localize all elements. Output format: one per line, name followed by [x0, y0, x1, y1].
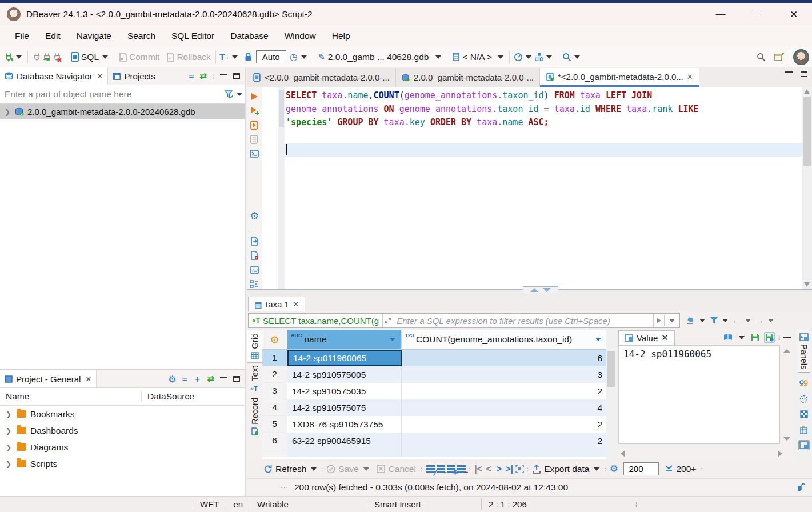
menu-item-search[interactable]: Search	[121, 27, 162, 45]
maximize-button[interactable]	[739, 3, 775, 25]
expand-all-icon[interactable]: ＋	[193, 374, 201, 385]
expand-chevron-icon[interactable]: ❯	[5, 443, 13, 451]
clear-filter-eraser-icon[interactable]	[686, 315, 696, 326]
column-header-datasource[interactable]: DataSource	[142, 391, 194, 402]
outline-icon[interactable]	[249, 279, 259, 289]
link-editor-icon[interactable]: ⇄	[207, 374, 214, 384]
switch-presentation-icon[interactable]	[796, 482, 806, 493]
history-clock-icon[interactable]: ◷	[289, 52, 299, 62]
close-tab-icon[interactable]: ✕	[97, 72, 103, 81]
settings-gear-icon[interactable]: ⚙	[168, 374, 176, 385]
transaction-mode-icon[interactable]: T⋮	[219, 52, 230, 62]
collapse-all-icon[interactable]: =	[182, 374, 187, 384]
close-button[interactable]: ✕	[775, 3, 812, 25]
lock-icon[interactable]	[243, 52, 254, 62]
expand-filter-icon[interactable]	[383, 315, 393, 326]
maximize-editor-icon[interactable]	[801, 71, 807, 77]
save-value-icon[interactable]	[750, 333, 761, 343]
auto-commit-field[interactable]: Auto	[256, 50, 286, 63]
export-data-icon[interactable]	[531, 464, 542, 474]
table-row[interactable]: 414-2 sp9105750754	[262, 399, 616, 416]
gauge-dropdown[interactable]	[526, 55, 531, 59]
new-connection-dropdown[interactable]	[16, 55, 22, 59]
project-item-dashboards[interactable]: ❯Dashboards	[0, 422, 245, 439]
apply-filter-button[interactable]	[653, 314, 679, 327]
menu-item-file[interactable]: File	[8, 27, 36, 45]
cell-count[interactable]: 2	[402, 416, 607, 433]
focus-row-icon[interactable]	[514, 464, 525, 474]
disconnect-icon[interactable]	[52, 52, 62, 62]
value-panel-toggle-icon[interactable]	[798, 440, 810, 450]
menu-item-edit[interactable]: Edit	[38, 27, 67, 45]
save-value-auto-button[interactable]	[764, 332, 775, 343]
column-menu-dropdown[interactable]	[595, 338, 601, 341]
refresh-icon[interactable]	[263, 464, 273, 474]
previous-row-icon[interactable]: <	[483, 464, 494, 474]
table-row[interactable]: 114-2 sp0119600656	[262, 350, 616, 366]
minimize-value-panel-icon[interactable]	[783, 337, 791, 338]
cell-name[interactable]: 14-2 sp910575075	[287, 399, 402, 416]
schema-dropdown[interactable]	[498, 55, 503, 59]
table-row[interactable]: 314-2 sp9105750352	[262, 383, 616, 399]
editor-settings-gear-icon[interactable]: ⚙	[249, 211, 259, 221]
performance-gauge-icon[interactable]	[513, 52, 523, 62]
editor-scrollbar[interactable]	[802, 87, 812, 289]
cell-name[interactable]: 63-22 sp900465915	[287, 433, 402, 449]
editor-tab-3[interactable]: *<2.0.0_gambit-metadata-2.0.0...✕	[540, 68, 699, 87]
execute-statement-icon[interactable]	[249, 91, 259, 102]
filters-funnel-icon[interactable]	[709, 315, 719, 326]
next-row-icon[interactable]: >	[494, 464, 504, 474]
project-item-scripts[interactable]: ❯Scripts	[0, 455, 245, 472]
result-grid[interactable]: ABC name 123 COUNT(genome_annotations.ta…	[262, 330, 616, 459]
expand-chevron-icon[interactable]: ❯	[5, 410, 13, 418]
sql-button-label[interactable]: SQL	[81, 52, 99, 62]
menu-item-sql-editor[interactable]: SQL Editor	[165, 27, 221, 45]
edit-row-icon[interactable]: ╱	[425, 464, 435, 474]
tab-projects[interactable]: Projects	[108, 67, 159, 85]
close-tab-icon[interactable]: ✕	[661, 333, 669, 343]
add-row-icon[interactable]: ＋	[435, 464, 446, 474]
execute-script-icon[interactable]	[249, 120, 259, 130]
status-timezone[interactable]: WET	[193, 499, 226, 510]
panels-tab[interactable]: Panels	[798, 330, 810, 373]
delete-row-icon[interactable]: −	[456, 464, 466, 474]
link-editor-icon[interactable]: ⇄	[199, 71, 207, 81]
back-dropdown[interactable]	[745, 319, 751, 322]
fetch-next-page-icon[interactable]	[663, 464, 674, 474]
close-tab-icon[interactable]: ✕	[293, 300, 299, 309]
column-menu-dropdown[interactable]	[390, 338, 395, 341]
tree-item-database[interactable]: ❯ 2.0.0_gambit-metadata-2.0.0-20240628.g…	[0, 104, 245, 119]
tab-value[interactable]: Value ✕	[618, 330, 675, 345]
export-dropdown[interactable]	[594, 467, 599, 471]
cell-count[interactable]: 6	[402, 350, 607, 366]
history-dropdown[interactable]	[301, 55, 307, 59]
presentation-tab-text[interactable]: Text«T	[247, 363, 262, 395]
dictionary-book-icon[interactable]	[723, 333, 733, 343]
cell-name[interactable]: 14-2 sp910575035	[287, 383, 402, 399]
presentation-tab-record[interactable]: Record	[247, 395, 262, 438]
filter-funnel-icon[interactable]	[224, 89, 234, 99]
quick-search-icon[interactable]	[756, 52, 766, 62]
reconnect-icon[interactable]	[42, 52, 52, 62]
refresh-button[interactable]: Refresh	[275, 464, 306, 474]
cell-count[interactable]: 3	[402, 366, 607, 383]
cell-count[interactable]: 2	[402, 433, 607, 449]
value-scrollbar-vertical[interactable]	[782, 347, 792, 443]
editor-results-splitter[interactable]	[247, 289, 812, 296]
fetch-settings-gear-icon[interactable]: ⚙	[609, 464, 619, 474]
minimize-panel-icon[interactable]	[220, 74, 227, 75]
filter-query-segment[interactable]: «T SELECT taxa.name,COUNT(g	[249, 314, 383, 327]
value-scrollbar-horizontal[interactable]	[621, 450, 782, 457]
connection-dropdown[interactable]	[435, 55, 441, 59]
open-perspective-icon[interactable]	[774, 52, 784, 62]
save-dropdown[interactable]	[363, 467, 369, 471]
network-profile-icon[interactable]	[534, 52, 544, 62]
column-header-count[interactable]: 123 COUNT(genome_annotations.taxon_id)	[402, 330, 607, 349]
last-row-icon[interactable]: >|	[504, 464, 514, 474]
expand-chevron-icon[interactable]: ❯	[5, 460, 13, 468]
save-file-warning-icon[interactable]	[249, 250, 259, 261]
search-dropdown[interactable]	[574, 55, 580, 59]
execute-new-tab-icon[interactable]	[249, 106, 259, 116]
status-insert-mode[interactable]: Smart Insert	[367, 499, 481, 510]
eraser-dropdown[interactable]	[699, 319, 705, 322]
